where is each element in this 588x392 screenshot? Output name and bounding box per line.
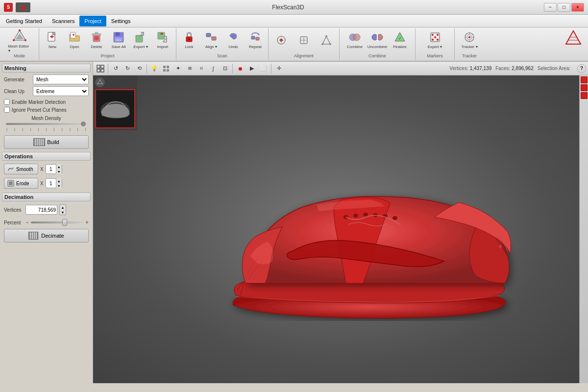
menu-scanners[interactable]: Scanners <box>47 16 79 26</box>
ignore-preset-row: Ignore Preset Cut Planes <box>2 106 91 114</box>
star-button[interactable]: ✦ <box>172 63 183 74</box>
mesh-editor-button[interactable]: Mesh Editor ▾ <box>8 29 31 53</box>
vertices-down-arrow[interactable]: ▼ <box>60 210 66 215</box>
menu-project[interactable]: Project <box>79 16 106 26</box>
menu-getting-started[interactable]: Getting Started <box>1 16 47 26</box>
mesh-density-label: Mesh Density <box>6 116 87 121</box>
scan-group-label: Scan <box>178 53 266 59</box>
thumbnail-image[interactable] <box>95 89 135 128</box>
cross-button[interactable]: ⌗ <box>196 63 207 74</box>
maximize-button[interactable]: □ <box>558 3 570 12</box>
light-button[interactable]: 💡 <box>149 63 160 74</box>
svg-point-46 <box>325 35 327 37</box>
smooth-button[interactable]: Smooth <box>4 164 38 174</box>
alignment-btn1[interactable] <box>270 29 292 51</box>
mesh-density-container: Mesh Density ||| ||| ||| || <box>2 114 91 133</box>
delete-button[interactable]: Delete <box>86 29 107 51</box>
cleanup-select[interactable]: None Light Medium Extreme <box>33 86 89 96</box>
record-button[interactable]: ⏺ <box>235 63 245 74</box>
open-button[interactable]: Open <box>64 29 85 51</box>
export-markers-button[interactable]: Export ▾ <box>424 29 446 51</box>
help-button[interactable]: ? <box>577 64 586 73</box>
percent-slider[interactable] <box>31 221 83 223</box>
erode-button[interactable]: Erode <box>4 178 38 189</box>
erode-up-arrow[interactable]: ▲ <box>56 178 62 183</box>
view-toolbar: ↺ ↻ ⟲ 💡 ✦ ≋ ⌗ ∫ ⊡ ⏺ ▶ ⬜ ✛ Vertices: 1,43… <box>93 62 588 75</box>
export-button[interactable]: Export ▾ <box>130 29 151 51</box>
play-button[interactable]: ▶ <box>246 63 257 74</box>
box-button[interactable]: ⊡ <box>220 63 230 74</box>
titlebar-left: S <box>4 2 32 12</box>
close-button[interactable]: × <box>571 3 584 12</box>
uncombine-button[interactable]: Uncombine <box>367 29 388 51</box>
right-mini-btn2[interactable] <box>581 84 588 91</box>
lines-button[interactable]: ≋ <box>184 63 195 74</box>
svg-marker-35 <box>258 34 260 35</box>
right-mini-btn3[interactable] <box>581 92 588 99</box>
lock-button[interactable]: Lock <box>178 29 200 51</box>
undo-align-button[interactable]: Undo <box>222 29 244 51</box>
svg-rect-10 <box>71 32 75 38</box>
mesh-density-thumb[interactable] <box>81 122 86 126</box>
repeat-align-button[interactable]: Repeat <box>245 29 266 51</box>
toolbar-group-tracker: Tracker ▾ Tracker <box>455 28 484 60</box>
grid-button[interactable] <box>161 63 172 74</box>
ignore-preset-checkbox[interactable] <box>4 107 10 113</box>
uncombine-label: Uncombine <box>368 45 387 49</box>
new-button[interactable]: New <box>42 29 63 51</box>
operations-section: Operations Smooth X 1 ▲ ▼ <box>2 152 91 190</box>
toolbar-group-combine: Combine Uncombine ✓ <box>340 28 416 60</box>
decimate-button[interactable]: Decimate <box>4 229 89 243</box>
percent-thumb[interactable] <box>62 219 67 226</box>
build-icon <box>33 138 45 146</box>
erode-down-arrow[interactable]: ▼ <box>56 183 62 188</box>
save-all-button[interactable]: ALL Save All <box>108 29 129 51</box>
cleanup-row: Clean Up None Light Medium Extreme <box>2 86 91 96</box>
alignment-group-label: Alignment <box>270 53 337 59</box>
curve-button[interactable]: ∫ <box>208 63 219 74</box>
erode-spinner: 1 ▲ ▼ <box>46 178 62 188</box>
align-label: Align ▾ <box>205 45 217 49</box>
alignment-btn3[interactable] <box>316 29 337 51</box>
tracker-button[interactable]: Tracker ▾ <box>459 29 480 51</box>
percent-minus-button[interactable]: − <box>25 219 29 226</box>
rotate-cw-button[interactable]: ↻ <box>122 63 133 74</box>
stop-button[interactable]: ⬜ <box>258 63 269 74</box>
svg-point-30 <box>188 38 190 40</box>
delete-icon <box>91 31 102 44</box>
align-icon <box>205 31 217 44</box>
percent-plus-button[interactable]: + <box>85 219 89 226</box>
mesh-density-track[interactable] <box>6 123 87 125</box>
reset-button[interactable]: ⟲ <box>134 63 145 74</box>
minimize-button[interactable]: − <box>544 3 557 12</box>
titlebar-controls[interactable]: − □ × <box>544 3 584 12</box>
import-button[interactable]: Import <box>152 29 173 51</box>
move-button[interactable]: ✛ <box>273 63 284 74</box>
thumb-nav-icon <box>95 77 105 87</box>
vertices-input[interactable] <box>25 205 57 215</box>
decimate-label: Decimate <box>41 233 64 239</box>
enable-marker-checkbox[interactable] <box>4 99 10 105</box>
generate-select[interactable]: Mesh Point Cloud <box>33 74 89 84</box>
smooth-down-arrow[interactable]: ▼ <box>56 169 62 174</box>
cleanup-label: Clean Up <box>4 89 31 94</box>
combine-group-label: Combine <box>342 53 413 59</box>
vertices-up-arrow[interactable]: ▲ <box>60 205 66 210</box>
alignment-btn2[interactable] <box>293 29 315 51</box>
3d-viewport[interactable] <box>93 75 588 383</box>
main-area: Meshing Generate Mesh Point Cloud Clean … <box>0 62 588 383</box>
erode-value: 1 <box>46 181 56 186</box>
menu-settings[interactable]: Settings <box>106 16 136 26</box>
right-mini-btn1[interactable] <box>581 76 588 83</box>
rotate-button[interactable]: ↺ <box>110 63 121 74</box>
smooth-up-arrow[interactable]: ▲ <box>56 164 62 169</box>
save-all-label: Save All <box>112 45 126 49</box>
build-button[interactable]: Build <box>4 135 89 149</box>
align-button[interactable]: Align ▾ <box>200 29 222 51</box>
combine-label: Combine <box>347 45 363 49</box>
svg-marker-2 <box>16 33 24 39</box>
enable-marker-label: Enable Marker Detection <box>12 99 66 105</box>
finalize-button[interactable]: ✓ Finalize <box>389 29 411 51</box>
thumbnail-toggle-button[interactable] <box>95 63 106 74</box>
combine-button[interactable]: Combine <box>344 29 366 51</box>
